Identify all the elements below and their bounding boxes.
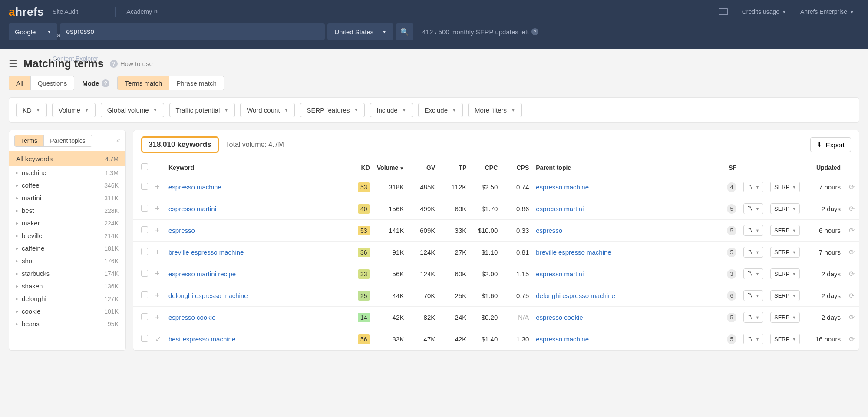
- side-item-martini[interactable]: ▸martini311K: [9, 192, 125, 204]
- sf-badge[interactable]: 3: [727, 269, 736, 279]
- serp-button[interactable]: SERP▼: [770, 268, 800, 279]
- serp-button[interactable]: SERP▼: [770, 182, 800, 192]
- sf-badge[interactable]: 5: [727, 313, 736, 322]
- filter-global-volume[interactable]: Global volume▼: [101, 103, 164, 117]
- filter-traffic-potential[interactable]: Traffic potential▼: [169, 103, 235, 117]
- nav-credits[interactable]: Credits usage▼: [737, 0, 792, 23]
- add-icon[interactable]: +: [155, 204, 160, 213]
- col-cps[interactable]: CPS: [501, 159, 532, 176]
- trend-button[interactable]: 〽▼: [743, 268, 763, 279]
- side-parent-topics[interactable]: Parent topics: [43, 135, 92, 146]
- sf-badge[interactable]: 4: [727, 182, 736, 192]
- search-engine-select[interactable]: Google▼: [9, 23, 57, 40]
- sf-badge[interactable]: 5: [727, 334, 736, 344]
- nav-site-audit[interactable]: Site Audit: [47, 0, 109, 23]
- export-button[interactable]: ⬇Export: [810, 137, 851, 152]
- col-parent[interactable]: Parent topic: [532, 159, 720, 176]
- keyword-link[interactable]: delonghi espresso machine: [168, 292, 248, 299]
- col-updated[interactable]: Updated: [804, 159, 844, 176]
- trend-button[interactable]: 〽▼: [743, 182, 763, 192]
- parent-topic-link[interactable]: delonghi espresso machine: [536, 292, 615, 299]
- serp-button[interactable]: SERP▼: [770, 225, 800, 236]
- filter-exclude[interactable]: Exclude▼: [418, 103, 463, 117]
- row-checkbox[interactable]: [141, 248, 148, 255]
- side-item-cookie[interactable]: ▸cookie101K: [9, 305, 125, 318]
- side-item-caffeine[interactable]: ▸caffeine181K: [9, 242, 125, 255]
- row-checkbox[interactable]: [141, 291, 148, 298]
- type-all[interactable]: All: [9, 76, 30, 90]
- side-item-delonghi[interactable]: ▸delonghi127K: [9, 292, 125, 305]
- sf-badge[interactable]: 5: [727, 248, 736, 257]
- match-phrase-match[interactable]: Phrase match: [169, 76, 224, 90]
- help-icon[interactable]: ?: [531, 28, 538, 35]
- match-terms-match[interactable]: Terms match: [118, 76, 169, 90]
- side-item-starbucks[interactable]: ▸starbucks174K: [9, 267, 125, 280]
- keyword-link[interactable]: espresso martini recipe: [168, 270, 236, 278]
- row-checkbox[interactable]: [141, 226, 148, 233]
- sf-badge[interactable]: 5: [727, 226, 736, 235]
- filter-kd[interactable]: KD▼: [16, 103, 47, 117]
- add-icon[interactable]: +: [155, 269, 160, 278]
- col-tp[interactable]: TP: [439, 159, 470, 176]
- trend-button[interactable]: 〽▼: [743, 334, 763, 344]
- sf-badge[interactable]: 6: [727, 291, 736, 301]
- col-volume[interactable]: Volume▼: [373, 159, 407, 176]
- trend-button[interactable]: 〽▼: [743, 290, 763, 301]
- refresh-icon[interactable]: ⟳: [849, 335, 855, 343]
- keyword-link[interactable]: best espresso machine: [168, 335, 235, 343]
- serp-button[interactable]: SERP▼: [770, 312, 800, 323]
- keyword-input[interactable]: [60, 23, 325, 40]
- add-icon[interactable]: +: [155, 291, 160, 300]
- col-cpc[interactable]: CPC: [470, 159, 501, 176]
- trend-button[interactable]: 〽▼: [743, 247, 763, 258]
- col-gv[interactable]: GV: [407, 159, 439, 176]
- trend-button[interactable]: 〽▼: [743, 225, 763, 236]
- sf-badge[interactable]: 5: [727, 204, 736, 214]
- side-item-coffee[interactable]: ▸coffee346K: [9, 179, 125, 192]
- refresh-icon[interactable]: ⟳: [849, 292, 855, 299]
- menu-icon[interactable]: ☰: [9, 58, 17, 70]
- nav-account[interactable]: Ahrefs Enterprise▼: [795, 0, 859, 23]
- serp-button[interactable]: SERP▼: [770, 247, 800, 258]
- row-checkbox[interactable]: [141, 183, 148, 190]
- refresh-icon[interactable]: ⟳: [849, 248, 855, 256]
- refresh-icon[interactable]: ⟳: [849, 205, 855, 212]
- how-to-use[interactable]: ?How to use: [110, 60, 153, 68]
- parent-topic-link[interactable]: breville espresso machine: [536, 248, 611, 256]
- side-item-all[interactable]: All keywords4.7M: [9, 151, 125, 166]
- parent-topic-link[interactable]: espresso cookie: [536, 314, 583, 321]
- add-icon[interactable]: +: [155, 226, 160, 235]
- row-checkbox[interactable]: [141, 270, 148, 277]
- col-keyword[interactable]: Keyword: [165, 159, 353, 176]
- side-item-shot[interactable]: ▸shot176K: [9, 255, 125, 267]
- check-icon[interactable]: ✓: [155, 335, 162, 344]
- add-icon[interactable]: +: [155, 248, 160, 256]
- filter-volume[interactable]: Volume▼: [52, 103, 96, 117]
- parent-topic-link[interactable]: espresso machine: [536, 335, 589, 343]
- serp-button[interactable]: SERP▼: [770, 334, 800, 344]
- parent-topic-link[interactable]: espresso martini: [536, 205, 584, 212]
- trend-button[interactable]: 〽▼: [743, 203, 763, 214]
- help-icon[interactable]: ?: [102, 79, 109, 87]
- add-icon[interactable]: +: [155, 313, 160, 321]
- row-checkbox[interactable]: [141, 335, 148, 342]
- serp-button[interactable]: SERP▼: [770, 290, 800, 301]
- row-checkbox[interactable]: [141, 205, 148, 212]
- refresh-icon[interactable]: ⟳: [849, 270, 855, 278]
- refresh-icon[interactable]: ⟳: [849, 314, 855, 321]
- nav-academy[interactable]: Academy⧉: [122, 0, 163, 23]
- filter-serp-features[interactable]: SERP features▼: [300, 103, 365, 117]
- side-item-beans[interactable]: ▸beans95K: [9, 318, 125, 330]
- country-select[interactable]: United States▼: [327, 23, 393, 40]
- refresh-icon[interactable]: ⟳: [849, 183, 855, 191]
- filter-include[interactable]: Include▼: [370, 103, 413, 117]
- parent-topic-link[interactable]: espresso: [536, 227, 562, 234]
- collapse-icon[interactable]: «: [116, 137, 120, 145]
- trend-button[interactable]: 〽▼: [743, 312, 763, 323]
- col-kd[interactable]: KD: [353, 159, 373, 176]
- keyword-link[interactable]: espresso cookie: [168, 314, 215, 321]
- select-all-checkbox[interactable]: [141, 163, 148, 170]
- side-item-best[interactable]: ▸best228K: [9, 204, 125, 217]
- type-questions[interactable]: Questions: [30, 76, 74, 90]
- device-icon[interactable]: [719, 8, 728, 15]
